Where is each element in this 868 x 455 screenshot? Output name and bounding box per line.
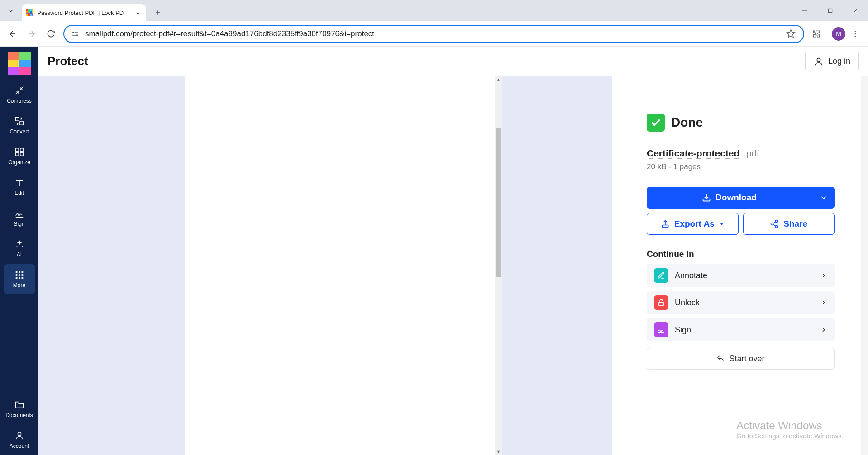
svg-rect-49 [659,302,664,306]
extensions-button[interactable] [808,25,826,43]
window-minimize-button[interactable] [792,0,817,21]
sidebar-item-label: Convert [10,128,29,135]
chevron-down-icon [820,194,828,202]
login-label: Log in [828,57,850,66]
svg-rect-25 [20,153,23,156]
export-icon [661,219,670,228]
close-icon [853,8,858,14]
sidebar-item-edit[interactable]: Edit [4,172,35,202]
sidebar: Compress Convert Organize Edit Sign [0,47,38,455]
success-check-icon [647,114,665,132]
main-area: ▲ ▼ Done Certificate-protected .pdf [38,76,868,455]
share-button[interactable]: Share [743,213,835,235]
bookmark-button[interactable] [784,28,797,40]
browser-toolbar: smallpdf.com/protect-pdf#r=result&t=0a4a… [0,21,868,47]
continue-item-annotate[interactable]: Annotate [647,264,835,287]
nav-forward-button[interactable] [23,25,41,43]
browser-tab[interactable]: Password Protect PDF | Lock PD [22,4,146,21]
login-button[interactable]: Log in [805,52,859,71]
address-bar[interactable]: smallpdf.com/protect-pdf#r=result&t=0a4a… [63,25,804,43]
chevron-down-icon [8,8,14,14]
scroll-thumb[interactable] [496,128,501,277]
sidebar-item-account[interactable]: Account [4,425,35,455]
window-maximize-button[interactable] [817,0,843,21]
continue-item-unlock[interactable]: Unlock [647,291,835,314]
sidebar-item-sign[interactable]: Sign [4,203,35,232]
organize-icon [14,147,25,157]
sidebar-item-label: Account [10,443,29,449]
export-label: Export As [674,219,715,229]
export-as-button[interactable]: Export As [647,213,739,235]
tab-title: Password Protect PDF | Lock PD [37,9,131,16]
user-icon [814,57,824,66]
scroll-up-icon[interactable]: ▲ [495,77,502,82]
svg-rect-21 [19,122,23,125]
tab-close-button[interactable] [134,9,142,16]
browser-tab-strip: Password Protect PDF | Lock PD [0,0,868,21]
share-label: Share [783,219,807,229]
sidebar-item-organize[interactable]: Organize [4,141,35,171]
sidebar-item-compress[interactable]: Compress [4,80,35,109]
panel-scrollbar[interactable] [861,76,868,455]
pdf-preview-page[interactable] [185,76,495,455]
windows-activation-watermark: Activate Windows Go to Settings to activ… [736,419,844,440]
chevron-right-icon [820,326,827,333]
svg-rect-35 [21,274,23,276]
svg-point-44 [776,220,778,223]
svg-rect-33 [15,274,17,276]
start-over-label: Start over [729,354,764,364]
svg-point-39 [18,432,21,436]
svg-rect-20 [15,118,19,121]
browser-menu-button[interactable] [846,25,864,43]
svg-rect-23 [20,148,23,151]
site-settings-icon[interactable] [71,29,80,38]
window-controls [792,0,868,21]
sidebar-item-documents[interactable]: Documents [4,394,35,424]
arrow-right-icon [27,29,36,38]
nav-reload-button[interactable] [42,25,60,43]
preview-scrollbar[interactable]: ▲ ▼ [495,76,502,455]
download-button[interactable]: Download [647,187,812,209]
svg-point-17 [855,35,856,37]
svg-rect-36 [15,277,17,279]
download-icon [702,193,711,202]
ai-sparkle-icon [14,239,25,250]
sidebar-item-label: Documents [5,412,33,418]
svg-marker-14 [787,30,795,38]
profile-avatar[interactable]: M [832,27,845,41]
sidebar-item-convert[interactable]: Convert [4,110,35,140]
arrow-left-icon [8,29,17,38]
sidebar-item-ai[interactable]: AI [4,233,35,263]
nav-back-button[interactable] [4,25,22,43]
scroll-down-icon[interactable]: ▼ [495,450,502,454]
window-close-button[interactable] [843,0,868,21]
reload-icon [47,29,55,38]
watermark-line1: Activate Windows [736,419,844,432]
download-options-button[interactable] [812,187,835,209]
svg-rect-42 [662,225,668,228]
sidebar-item-label: More [13,282,25,289]
download-label: Download [715,193,757,203]
svg-point-16 [855,33,856,34]
sign-tool-icon [654,322,668,337]
svg-point-28 [22,246,23,247]
svg-rect-30 [15,271,17,273]
edit-icon [14,177,25,188]
documents-icon [14,399,25,410]
tabs-dropdown-button[interactable] [0,0,22,21]
app-logo[interactable] [8,52,31,75]
svg-point-12 [76,34,77,35]
compress-icon [14,85,25,96]
svg-marker-43 [720,223,724,225]
unlock-icon [654,295,668,310]
start-over-button[interactable]: Start over [647,348,835,370]
file-name[interactable]: Certificate-protected [647,148,739,159]
toolbar-divider [829,28,829,39]
minimize-icon [802,8,807,14]
sidebar-item-more[interactable]: More [4,264,35,294]
svg-rect-37 [19,277,20,279]
share-icon [770,219,779,228]
new-tab-button[interactable] [151,5,165,20]
continue-item-sign[interactable]: Sign [647,318,835,341]
svg-point-40 [817,58,820,61]
